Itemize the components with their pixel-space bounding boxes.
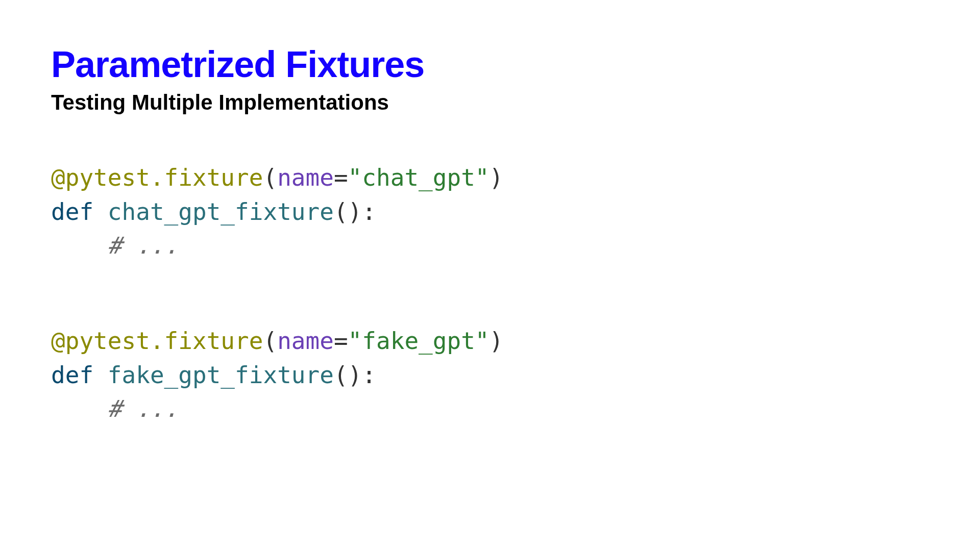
- code-block-2: @pytest.fixture(name="fake_gpt") def fak…: [51, 324, 929, 426]
- code-gap: [51, 263, 929, 324]
- slide-subtitle: Testing Multiple Implementations: [51, 90, 929, 115]
- op-token: =: [334, 327, 348, 355]
- punct-token: ():: [334, 198, 376, 226]
- decorator-token: @pytest.fixture: [51, 164, 263, 191]
- slide-title: Parametrized Fixtures: [51, 43, 929, 85]
- indent-token: [51, 232, 108, 259]
- space-token: [93, 198, 108, 226]
- decorator-token: @pytest.fixture: [51, 327, 263, 355]
- punct-token: ): [489, 164, 504, 191]
- punct-token: ): [489, 327, 504, 355]
- funcname-token: chat_gpt_fixture: [108, 198, 334, 226]
- punct-token: ():: [334, 361, 376, 389]
- indent-token: [51, 395, 108, 422]
- punct-token: (: [263, 164, 277, 191]
- op-token: =: [334, 164, 348, 191]
- string-token: "fake_gpt": [348, 327, 489, 355]
- param-token: name: [277, 164, 334, 191]
- comment-token: # ...: [108, 395, 178, 422]
- keyword-token: def: [51, 361, 93, 389]
- string-token: "chat_gpt": [348, 164, 489, 191]
- space-token: [93, 361, 108, 389]
- funcname-token: fake_gpt_fixture: [108, 361, 334, 389]
- punct-token: (: [263, 327, 277, 355]
- code-block-1: @pytest.fixture(name="chat_gpt") def cha…: [51, 161, 929, 263]
- param-token: name: [277, 327, 334, 355]
- keyword-token: def: [51, 198, 93, 226]
- comment-token: # ...: [108, 232, 178, 259]
